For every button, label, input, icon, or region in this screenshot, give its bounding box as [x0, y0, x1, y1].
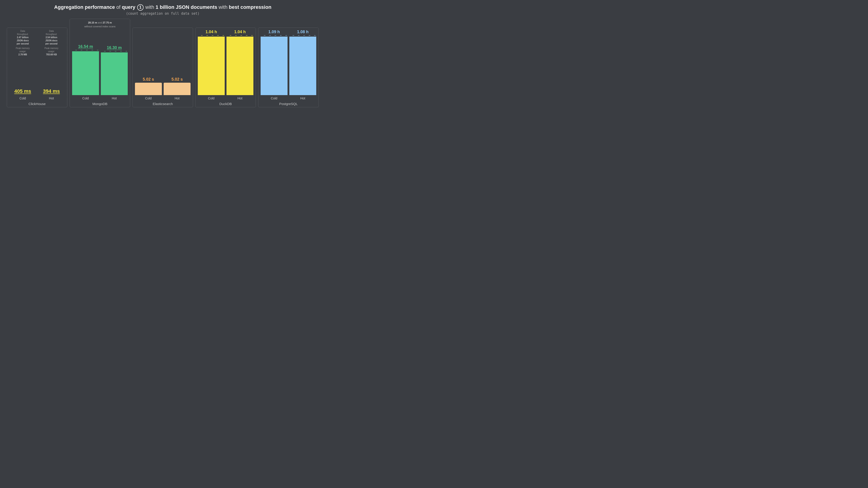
duckdb-cold-wavy	[198, 33, 225, 37]
title-with1: with	[145, 4, 156, 10]
clickhouse-cold-label: Cold	[9, 96, 36, 100]
clickhouse-hot-label: Hot	[38, 96, 65, 100]
elasticsearch-cold-bar	[135, 83, 162, 95]
clickhouse-cold-value: 405 ms	[14, 88, 31, 94]
db-group-clickhouse: Datathroughput:2.47 billionJSON docsper …	[7, 28, 67, 107]
clickhouse-db-name: ClickHouse	[29, 102, 46, 106]
postgresql-cold-wavy	[260, 33, 287, 37]
query-number-circle: 1	[137, 4, 144, 11]
elasticsearch-bars-row: 5.02 s 5.02 s	[135, 30, 191, 95]
mongodb-db-name: MongoDB	[92, 102, 107, 106]
mongodb-note: 28.15 m and 27.75 mwithout covered index…	[84, 21, 116, 28]
elasticsearch-cold-value: 5.02 s	[143, 77, 154, 82]
duckdb-bars-row: 1.04 h 1.04 h	[198, 30, 253, 95]
postgresql-hot-col: 1.08 h	[289, 30, 316, 95]
elasticsearch-cold-col: 5.02 s	[135, 30, 162, 95]
clickhouse-cold-meta: Datathroughput:2.47 billionJSON docsper …	[9, 30, 36, 45]
duckdb-cold-label: Cold	[198, 96, 225, 100]
clickhouse-hot-col: Datathroughput:2.54 billionJSON docsper …	[38, 30, 65, 95]
clickhouse-bars-row: Datathroughput:2.47 billionJSON docsper …	[9, 30, 65, 95]
title-aggregation: Aggregation performance	[54, 4, 115, 10]
chart-title: Aggregation performance of query 1 with …	[54, 4, 271, 11]
duckdb-hot-wavy	[226, 33, 253, 37]
elasticsearch-db-name: Elasticsearch	[153, 102, 173, 106]
charts-container: Datathroughput:2.47 billionJSON docsper …	[7, 19, 319, 107]
title-of: of	[116, 4, 122, 10]
mongodb-hot-label: Hot	[101, 96, 128, 100]
postgresql-bars-row: 1.09 h 1.08 h	[260, 30, 316, 95]
title-best: best compression	[229, 4, 271, 10]
postgresql-cold-bar	[260, 35, 287, 95]
postgresql-hot-label: Hot	[289, 96, 316, 100]
mongodb-bars-row: 16.54 m 16.30 m	[72, 30, 128, 95]
mongodb-cold-label: Cold	[72, 96, 99, 100]
clickhouse-cold-memory: Peak memoryusage:2.78 MB	[9, 47, 36, 56]
title-with2: with	[219, 4, 229, 10]
postgresql-hot-bar	[289, 35, 316, 95]
db-group-postgresql: 1.09 h 1.08 h	[258, 28, 319, 107]
title-query: query	[122, 4, 135, 10]
mongodb-cold-bar	[72, 50, 99, 95]
mongodb-cold-wavy	[72, 48, 99, 51]
clickhouse-cold-col: Datathroughput:2.47 billionJSON docsper …	[9, 30, 36, 95]
postgresql-cold-col: 1.09 h	[260, 30, 287, 95]
mongodb-hot-bar	[101, 51, 128, 95]
chart-subtitle: (count aggregation on full data set)	[126, 11, 199, 15]
title-billion: 1 billion JSON documents	[156, 4, 217, 10]
duckdb-hot-label: Hot	[226, 96, 253, 100]
postgresql-cold-label: Cold	[260, 96, 287, 100]
duckdb-cold-bar	[198, 35, 225, 95]
postgresql-db-name: PostgreSQL	[279, 102, 298, 106]
elasticsearch-cold-label: Cold	[135, 96, 162, 100]
elasticsearch-hot-label: Hot	[164, 96, 191, 100]
elasticsearch-hot-col: 5.02 s	[164, 30, 191, 95]
elasticsearch-hot-value: 5.02 s	[171, 77, 183, 82]
elasticsearch-hot-bar	[164, 83, 191, 95]
db-group-elasticsearch: 5.02 s 5.02 s Cold Hot Elasticsearch	[132, 28, 193, 107]
duckdb-hot-col: 1.04 h	[226, 30, 253, 95]
clickhouse-hot-meta: Datathroughput:2.54 billionJSON docsper …	[38, 30, 65, 45]
db-group-mongodb: 28.15 m and 27.75 mwithout covered index…	[70, 19, 130, 107]
duckdb-db-name: DuckDB	[219, 102, 232, 106]
mongodb-hot-col: 16.30 m	[101, 30, 128, 95]
postgresql-hot-wavy	[289, 33, 316, 37]
clickhouse-hot-memory: Peak memoryusage:783.68 KB	[38, 47, 65, 56]
clickhouse-hot-value: 394 ms	[43, 88, 60, 94]
mongodb-hot-wavy	[101, 49, 128, 53]
duckdb-cold-col: 1.04 h	[198, 30, 225, 95]
mongodb-cold-col: 16.54 m	[72, 30, 99, 95]
db-group-duckdb: 1.04 h 1.04 h	[195, 28, 256, 107]
duckdb-hot-bar	[226, 35, 253, 95]
